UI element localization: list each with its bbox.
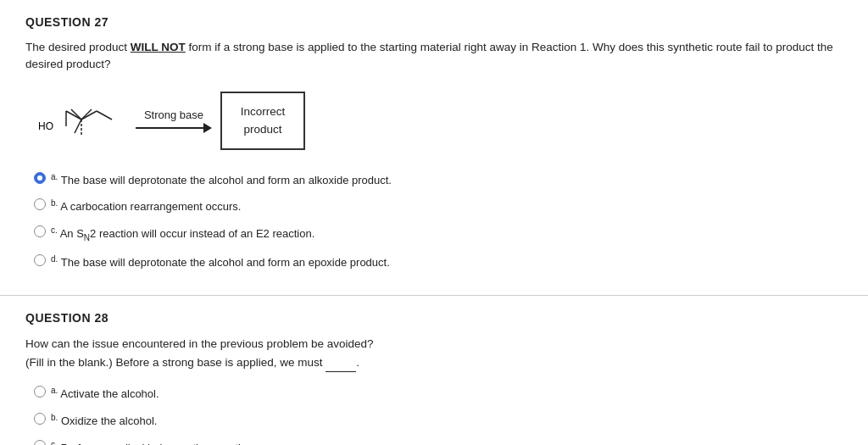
product-label: Incorrectproduct xyxy=(241,105,286,135)
arrow-head xyxy=(203,123,212,133)
q28-radio-a[interactable] xyxy=(34,386,46,398)
q27-text-before: The desired product xyxy=(25,41,131,53)
svg-text:HO: HO xyxy=(38,120,53,132)
q27-options-list: a. The base will deprotonate the alcohol… xyxy=(34,170,843,271)
q28-text-line1: How can the issue encountered in the pre… xyxy=(25,337,374,350)
question-28-block: QUESTION 28 How can the issue encountere… xyxy=(0,296,868,445)
question-28-title: QUESTION 28 xyxy=(25,311,843,325)
reaction-arrow-label: Strong base xyxy=(144,108,203,121)
q28-text-line2: (Fill in the blank.) Before a strong bas… xyxy=(25,356,359,369)
q28-option-a-label: a. Activate the alcohol. xyxy=(51,384,159,403)
q27-option-b-label: b. A carbocation rearrangement occurs. xyxy=(51,197,241,215)
q27-option-c-label: c. An SN2 reaction will occur instead of… xyxy=(51,224,314,244)
reaction-arrow-container: Strong base xyxy=(136,108,212,133)
svg-line-4 xyxy=(97,111,112,120)
question-27-block: QUESTION 27 The desired product WILL NOT… xyxy=(0,0,868,296)
q27-radio-a[interactable] xyxy=(34,172,46,184)
q28-radio-c[interactable] xyxy=(34,440,46,445)
fill-blank xyxy=(326,353,356,373)
q27-text-underline: WILL NOT xyxy=(131,41,186,53)
q27-option-d[interactable]: d. The base will deprotonate the alcohol… xyxy=(34,253,843,271)
arrow-shaft xyxy=(136,127,203,129)
question-27-title: QUESTION 27 xyxy=(25,15,843,29)
q27-option-d-label: d. The base will deprotonate the alcohol… xyxy=(51,253,390,271)
svg-line-5 xyxy=(75,120,81,133)
q27-radio-c[interactable] xyxy=(34,225,46,237)
q28-options-list: a. Activate the alcohol. b. Oxidize the … xyxy=(34,384,843,445)
product-box: Incorrectproduct xyxy=(220,92,305,150)
q27-option-a[interactable]: a. The base will deprotonate the alcohol… xyxy=(34,170,843,189)
q28-option-c[interactable]: c. Perform a radical halogenation reacti… xyxy=(34,438,843,445)
q27-radio-b[interactable] xyxy=(34,198,46,210)
q27-option-a-label: a. The base will deprotonate the alcohol… xyxy=(51,170,392,189)
q27-radio-d[interactable] xyxy=(34,254,46,266)
question-28-text: How can the issue encountered in the pre… xyxy=(25,335,843,372)
question-27-text: The desired product WILL NOT form if a s… xyxy=(25,39,843,74)
q28-option-a[interactable]: a. Activate the alcohol. xyxy=(34,384,843,403)
q28-option-b-label: b. Oxidize the alcohol. xyxy=(51,411,157,430)
q27-option-b[interactable]: b. A carbocation rearrangement occurs. xyxy=(34,197,843,215)
q28-option-b[interactable]: b. Oxidize the alcohol. xyxy=(34,411,843,430)
reaction-diagram: HO Strong base xyxy=(34,87,843,155)
q28-option-c-label: c. Perform a radical halogenation reacti… xyxy=(51,438,256,445)
starting-material-structure: HO xyxy=(34,87,127,155)
q28-radio-b[interactable] xyxy=(34,413,46,425)
q27-option-c[interactable]: c. An SN2 reaction will occur instead of… xyxy=(34,224,843,244)
reaction-arrow xyxy=(136,123,212,133)
